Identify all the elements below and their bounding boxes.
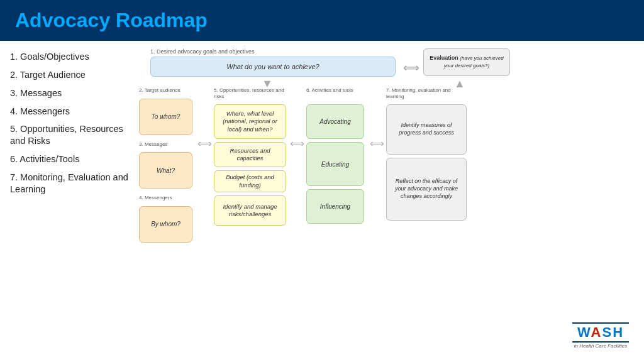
eval-top: Evaluation (have you achieved your desir… bbox=[423, 48, 510, 76]
wash-sub: in Health Care Facilities bbox=[572, 343, 629, 349]
diagram: 1. Desired advocacy goals and objectives… bbox=[139, 48, 634, 354]
wash-line-bottom bbox=[572, 341, 629, 343]
header: Advocacy Roadmap bbox=[0, 0, 644, 41]
sidebar-item-5: 5. Opportunities, Resources and Risks bbox=[10, 123, 133, 147]
goal-eval-arrow: ⟺ bbox=[403, 61, 419, 75]
educating-box: Educating bbox=[306, 142, 364, 186]
risks-box: Identify and manage risks/challenges bbox=[214, 195, 286, 226]
monitoring-box2: Reflect on the efficacy of your advocacy… bbox=[386, 158, 467, 221]
arrow-3-4: ⟺ bbox=[370, 87, 384, 150]
page-title: Advocacy Roadmap bbox=[15, 9, 208, 32]
sidebar-item-1: 1. Goals/Objectives bbox=[10, 51, 133, 63]
monitoring-box1: Identify measures of progress and succes… bbox=[386, 104, 467, 155]
resources-box: Resources and capacities bbox=[214, 142, 286, 167]
budget-box: Budget (costs and funding) bbox=[214, 170, 286, 192]
goal-box: What do you want to achieve? bbox=[150, 57, 396, 77]
sidebar-item-3: 3. Messages bbox=[10, 87, 133, 99]
wash-line-top bbox=[572, 322, 629, 324]
col-activities: 6. Activities and tools Advocating Educa… bbox=[306, 87, 368, 224]
sidebar-item-4: 4. Messengers bbox=[10, 106, 133, 118]
sidebar-item-7: 7. Monitoring, Evaluation and Learning bbox=[10, 172, 133, 195]
influencing-box: Influencing bbox=[306, 189, 364, 224]
advocating-box: Advocating bbox=[306, 104, 364, 139]
sidebar-item-6: 6. Activities/Tools bbox=[10, 153, 133, 165]
col-target: 2. Target audience To whom? 3. Messages … bbox=[139, 87, 196, 243]
arrow-2-3: ⟺ bbox=[290, 87, 304, 150]
to-whom-box: To whom? bbox=[139, 99, 192, 135]
col-monitoring: 7. Monitoring, evaluation and learning I… bbox=[386, 87, 468, 221]
wash-logo: WASH in Health Care Facilities bbox=[572, 322, 629, 349]
diagram-cols: 2. Target audience To whom? 3. Messages … bbox=[139, 87, 634, 348]
sidebar-item-2: 2. Target Audience bbox=[10, 69, 133, 81]
arrow-1-2: ⟺ bbox=[197, 87, 212, 150]
main-content: 1. Goals/Objectives 2. Target Audience 3… bbox=[0, 41, 644, 362]
col-opportunities: 5. Opportunities, resources and risks Wh… bbox=[214, 87, 288, 226]
what-box: What? bbox=[139, 152, 192, 189]
by-whom-box: By whom? bbox=[139, 206, 192, 243]
eval-box: Evaluation (have you achieved your desir… bbox=[423, 48, 510, 76]
sidebar: 1. Goals/Objectives 2. Target Audience 3… bbox=[10, 48, 133, 354]
opportunities-box1: Where, what level (national, regional or… bbox=[214, 104, 286, 139]
wash-text: WASH bbox=[572, 324, 629, 341]
goal-label: 1. Desired advocacy goals and objectives… bbox=[150, 48, 396, 77]
